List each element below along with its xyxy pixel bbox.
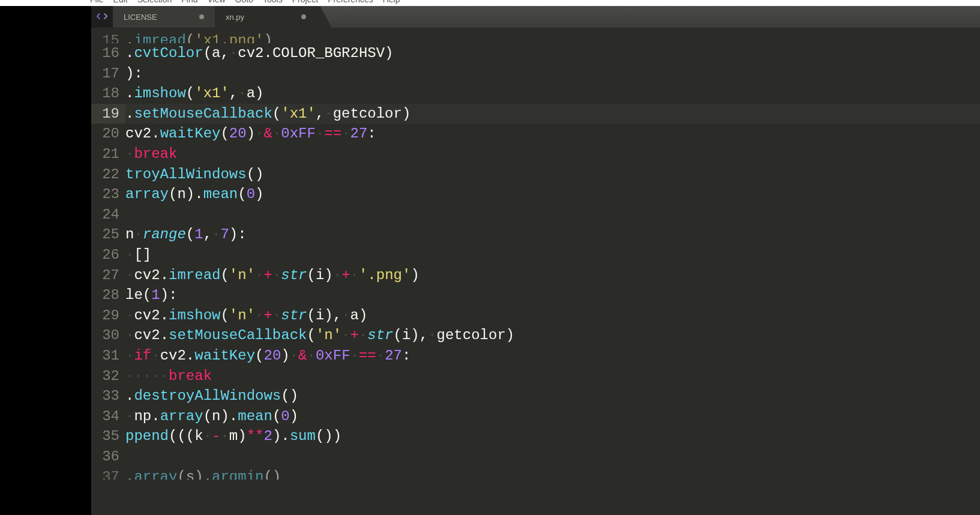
code-line[interactable]: ·cv2.imread('n'·+·str(i)·+·'.png') bbox=[125, 265, 980, 286]
line-number: 29 bbox=[91, 306, 125, 326]
code-line[interactable]: le(1): bbox=[125, 285, 980, 306]
code-line[interactable]: array(n).mean(0) bbox=[125, 184, 980, 205]
code-line[interactable] bbox=[125, 447, 980, 467]
line-number: 23 bbox=[91, 184, 125, 205]
tab-bar: LICENSE xn.py bbox=[91, 6, 980, 28]
tab-bar-empty bbox=[317, 6, 980, 28]
code-line[interactable]: .array(s).argmin() bbox=[125, 466, 980, 480]
code-line[interactable]: cv2.waitKey(20)·&·0xFF·==·27: bbox=[125, 124, 980, 144]
line-number: 31 bbox=[91, 346, 125, 366]
line-number: 36 bbox=[91, 447, 125, 467]
line-number: 37 bbox=[91, 466, 125, 480]
code-line[interactable]: .destroyAllWindows() bbox=[125, 386, 980, 406]
code-line[interactable]: n·range(1,·7): bbox=[125, 224, 980, 245]
line-number: 30 bbox=[91, 325, 125, 346]
line-number: 15 bbox=[91, 30, 125, 43]
dirty-dot-icon bbox=[199, 14, 204, 19]
line-number: 17 bbox=[91, 64, 125, 84]
tab-xn-py[interactable]: xn.py bbox=[215, 6, 317, 28]
line-number: 20 bbox=[91, 124, 125, 144]
code-line[interactable]: ·····break bbox=[125, 366, 980, 387]
code-line[interactable]: .imshow('x1',·a) bbox=[125, 83, 980, 104]
line-number: 21 bbox=[91, 144, 125, 164]
line-number: 32 bbox=[91, 366, 125, 387]
code-line[interactable]: troyAllWindows() bbox=[125, 164, 980, 185]
code-line[interactable]: ·if·cv2.waitKey(20)·&·0xFF·==·27: bbox=[125, 346, 980, 366]
left-spacer bbox=[0, 6, 91, 515]
line-number: 24 bbox=[91, 205, 125, 225]
code-line[interactable]: ·np.array(n).mean(0) bbox=[125, 406, 980, 427]
code-line[interactable]: ppend(((k·-·m)**2).sum()) bbox=[125, 426, 980, 447]
code-line[interactable]: .cvtColor(a,·cv2.COLOR_BGR2HSV) bbox=[125, 43, 980, 64]
code-line[interactable] bbox=[125, 205, 980, 225]
line-number: 26 bbox=[91, 245, 125, 265]
tab-license[interactable]: LICENSE bbox=[113, 6, 215, 28]
code-line[interactable]: .imread('x1.png') bbox=[125, 30, 980, 43]
menu-bar: File Edit Selection Find View Goto Tools… bbox=[0, 0, 980, 6]
line-number: 18 bbox=[91, 83, 125, 104]
code-area[interactable]: 1516171819202122232425262728293031323334… bbox=[91, 28, 980, 515]
code-line[interactable]: ·cv2.setMouseCallback('n'·+·str(i),·getc… bbox=[125, 325, 980, 346]
line-number: 19 bbox=[91, 104, 125, 124]
code-line[interactable]: ): bbox=[125, 64, 980, 84]
line-number: 34 bbox=[91, 406, 125, 427]
tab-nav-arrows bbox=[91, 6, 113, 28]
line-number: 35 bbox=[91, 426, 125, 447]
app-window: File Edit Selection Find View Goto Tools… bbox=[0, 0, 980, 515]
line-number: 22 bbox=[91, 164, 125, 185]
line-number: 28 bbox=[91, 285, 125, 306]
line-number: 33 bbox=[91, 386, 125, 406]
tab-label: LICENSE bbox=[124, 13, 157, 22]
line-number: 25 bbox=[91, 224, 125, 245]
line-number: 27 bbox=[91, 265, 125, 286]
body-row: LICENSE xn.py 15161718192021222324252627… bbox=[0, 6, 980, 515]
dirty-dot-icon bbox=[301, 14, 306, 19]
tab-next-icon[interactable] bbox=[103, 11, 108, 22]
editor-column: LICENSE xn.py 15161718192021222324252627… bbox=[91, 6, 980, 515]
code-line[interactable]: ·cv2.imshow('n'·+·str(i),·a) bbox=[125, 306, 980, 326]
code-line[interactable]: .setMouseCallback('x1',·getcolor) bbox=[125, 104, 980, 124]
line-number: 16 bbox=[91, 43, 125, 64]
code-line[interactable]: ·break bbox=[125, 144, 980, 164]
tab-label: xn.py bbox=[226, 13, 244, 22]
tab-prev-icon[interactable] bbox=[96, 11, 101, 22]
code-line[interactable]: ·[] bbox=[125, 245, 980, 265]
gutter: 1516171819202122232425262728293031323334… bbox=[91, 28, 125, 515]
code-content[interactable]: .imread('x1.png').cvtColor(a,·cv2.COLOR_… bbox=[125, 28, 980, 515]
